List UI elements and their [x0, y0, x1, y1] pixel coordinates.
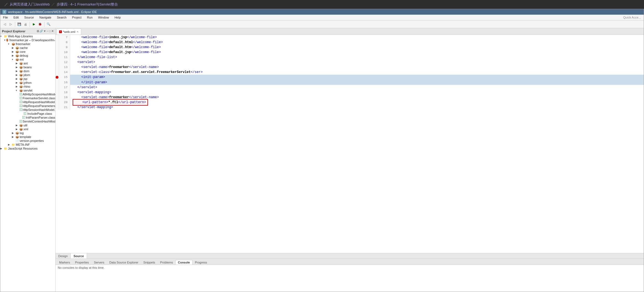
tree-arrow[interactable]: ▶ [8, 143, 11, 146]
bottom-tab-data-source-explorer[interactable]: Data Source Explorer [107, 260, 141, 265]
toolbar-back[interactable]: ◁ [2, 22, 7, 27]
tree-item[interactable]: 📄version.properties [0, 139, 55, 143]
line-code[interactable]: </welcome-file-list> [70, 55, 644, 60]
tree-item[interactable]: ▶📦core [0, 50, 55, 54]
tree-arrow[interactable]: ▾ [16, 89, 19, 92]
tree-item[interactable]: ▶📦dom [0, 69, 55, 73]
menu-source[interactable]: Source [23, 15, 35, 20]
tree-arrow[interactable]: ▶ [12, 54, 15, 57]
tree-arrow[interactable]: ▶ [16, 77, 19, 80]
tree-item[interactable]: ▶📁JavaScript Resources [0, 147, 55, 150]
toolbar-forward[interactable]: ▷ [8, 22, 14, 27]
line-code[interactable]: <servlet> [70, 60, 644, 65]
tree-item[interactable]: 🄲HttpRequestParametersHashMo [0, 104, 55, 108]
project-tree[interactable]: ▾📁Web App Libraries▾🏺freemarker.jar – D:… [0, 34, 55, 292]
line-code[interactable]: </init-param> [70, 80, 644, 85]
tree-item[interactable]: ▶📦xml [0, 127, 55, 131]
design-tab[interactable]: Design [56, 253, 71, 259]
code-editor[interactable]: 7 <welcome-file>index.jsp</welcome-file>… [56, 35, 644, 253]
menu-search[interactable]: Search [56, 15, 68, 20]
line-code[interactable]: <servlet-name>freemarker</servlet-name> [70, 95, 644, 100]
tree-item[interactable]: ▶📦beans [0, 65, 55, 69]
maximize-view-icon[interactable]: □ [49, 30, 51, 33]
tree-item[interactable]: 🄲ServletContextHashModel.cla [0, 119, 55, 123]
tree-arrow[interactable]: ▶ [16, 128, 19, 131]
menu-run[interactable]: Run [86, 15, 94, 20]
tree-arrow[interactable]: ▶ [12, 132, 15, 134]
tree-arrow[interactable]: ▶ [12, 135, 15, 138]
tree-item[interactable]: ▾📁Web App Libraries [0, 34, 55, 38]
line-code[interactable]: <welcome-file>index.jsp</welcome-file> [70, 35, 644, 40]
line-code[interactable]: <init-param> [70, 75, 644, 80]
tree-item[interactable]: ▾🏺freemarker.jar – D:\workspace\fm- [0, 38, 55, 42]
tree-arrow[interactable]: ▾ [0, 35, 4, 38]
tree-arrow[interactable]: ▶ [16, 81, 19, 84]
line-code[interactable]: <servlet-mapping> [70, 90, 644, 95]
tree-arrow[interactable]: ▶ [12, 46, 15, 49]
tree-item[interactable]: 🄲AllHttpScopesHashModel.clas [0, 92, 55, 96]
toolbar-search[interactable]: 🔍 [46, 22, 51, 27]
line-code[interactable]: <servlet-name>freemarker</servlet-name> [70, 65, 644, 70]
tree-arrow[interactable]: ▶ [16, 62, 19, 65]
tree-item[interactable]: ▶📦debug [0, 54, 55, 58]
bottom-tab-problems[interactable]: Problems [158, 260, 175, 265]
bottom-tab-console[interactable]: Console [175, 260, 192, 265]
line-code[interactable]: <url-pattern>*.ftl</url-pattern> [70, 100, 644, 105]
tree-arrow[interactable]: ▶ [0, 147, 4, 150]
toolbar-run[interactable]: ▶ [31, 22, 37, 27]
line-code[interactable]: <welcome-file>default.html</welcome-file… [70, 40, 644, 45]
bottom-tab-servers[interactable]: Servers [91, 260, 107, 265]
line-code[interactable]: <servlet-class>freemarker.ext.servlet.Fr… [70, 70, 644, 75]
tree-item[interactable]: ▶📦rhino [0, 85, 55, 88]
tab-close-icon[interactable]: ✕ [76, 30, 79, 33]
tree-item[interactable]: ▾📦servlet [0, 88, 55, 92]
menu-window[interactable]: Window [97, 15, 110, 20]
view-menu-icon[interactable]: ▼ [43, 30, 46, 33]
menu-file[interactable]: File [2, 15, 9, 20]
close-view-icon[interactable]: ✕ [51, 30, 54, 33]
line-code[interactable]: <welcome-file>default.jsp</welcome-file> [70, 50, 644, 55]
tree-item[interactable]: ▶📦cache [0, 46, 55, 50]
quick-access[interactable]: Quick Acce... [622, 15, 642, 20]
line-code[interactable]: <welcome-file>default.htm</welcome-file> [70, 45, 644, 50]
tree-item[interactable]: ▶📦jsp [0, 77, 55, 81]
tree-item[interactable]: 🄲HttpSessionHashModel.class [0, 108, 55, 112]
tree-item[interactable]: 🄲InitParamParser.class [0, 116, 55, 119]
breadcrumb-part2[interactable]: 步骤四 · 4–1 Freemarker与Servlet整合 [57, 2, 118, 7]
tree-item[interactable]: ▾📦freemarker [0, 42, 55, 46]
menu-edit[interactable]: Edit [12, 15, 20, 20]
breadcrumb-part1[interactable]: 从网页搭建入门JavaWeb [10, 2, 50, 7]
tree-item[interactable]: ▶📦log [0, 131, 55, 135]
tree-arrow[interactable]: ▶ [16, 85, 19, 88]
tree-item[interactable]: ▶📦template [0, 135, 55, 139]
tree-item[interactable]: ▶📦jdom [0, 73, 55, 77]
toolbar-debug[interactable]: 🐞 [37, 22, 43, 27]
tree-arrow[interactable]: ▶ [16, 66, 19, 69]
line-code[interactable]: </servlet-mapping> [70, 105, 644, 110]
tree-item[interactable]: ▶📁META-INF [0, 143, 55, 147]
toolbar-print[interactable]: 🖨 [23, 22, 28, 27]
bottom-tab-snippets[interactable]: Snippets [141, 260, 158, 265]
tree-item[interactable]: ▶📦jython [0, 81, 55, 85]
bottom-tab-progress[interactable]: Progress [192, 260, 210, 265]
tree-arrow[interactable]: ▾ [12, 58, 15, 61]
tree-item[interactable]: 🄲HttpRequestHashModel.class [0, 100, 55, 104]
tree-item[interactable]: 🄲FreemarkerServlet.class [0, 96, 55, 100]
bottom-tab-properties[interactable]: Properties [73, 260, 91, 265]
bottom-tab-markers[interactable]: Markers [57, 260, 73, 265]
tree-item[interactable]: ▶📦util [0, 123, 55, 127]
tree-arrow[interactable]: ▶ [16, 124, 19, 127]
tree-arrow[interactable]: ▶ [12, 50, 15, 53]
tree-item[interactable]: ▶📦ant [0, 61, 55, 65]
menu-project[interactable]: Project [71, 15, 83, 20]
minimize-view-icon[interactable]: ─ [47, 30, 49, 33]
tree-item[interactable]: ▾📦ext [0, 58, 55, 61]
menu-help[interactable]: Help [113, 15, 122, 20]
line-code[interactable]: </servlet> [70, 85, 644, 90]
source-tab[interactable]: Source [71, 253, 87, 259]
tab-webxml[interactable]: X *web.xml ✕ [57, 28, 81, 35]
collapse-all-icon[interactable]: ⊟ [37, 30, 39, 33]
tree-arrow[interactable]: ▶ [16, 74, 19, 76]
tree-arrow[interactable]: ▾ [8, 43, 11, 45]
tree-arrow[interactable]: ▶ [16, 70, 19, 72]
